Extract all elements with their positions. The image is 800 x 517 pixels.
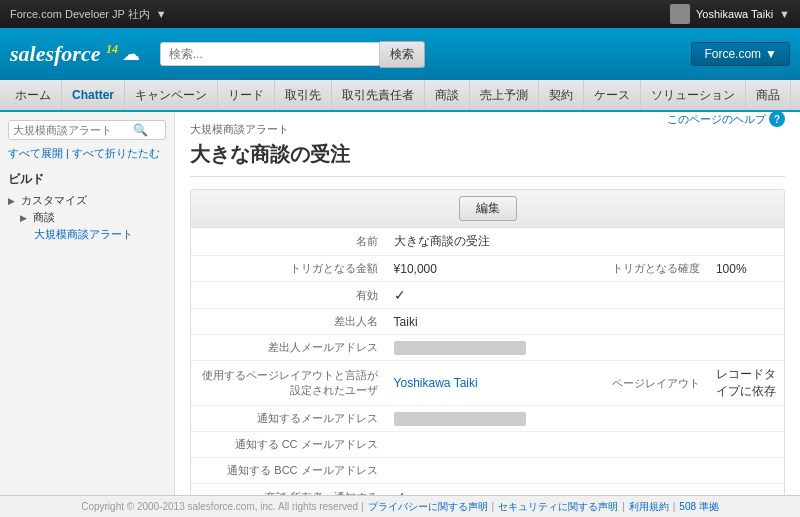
row-sender-email: 差出人メールアドレス ████████████████ [191,335,784,361]
row-name: 名前 大きな商談の受注 [191,228,784,256]
nav-item-report[interactable]: レポート [791,80,800,110]
copyright-text: Copyright © 2000-2013 salesforce.com, in… [81,501,363,512]
security-link[interactable]: セキュリティに関する声明 [498,500,618,514]
page-layout-user-link[interactable]: Yoshikawa Taiki [394,376,478,390]
value-sender-email: ████████████████ [386,335,784,361]
triangle-icon: ▶ [8,196,15,206]
label-notify-cc: 通知する CC メールアドレス [191,432,386,458]
search-input[interactable] [160,42,380,66]
nav-item-solution[interactable]: ソリューション [641,80,746,110]
mobile-link[interactable]: 508 準拠 [679,500,718,514]
value-active: ✓ [386,282,784,309]
value-notify-bcc [386,458,784,484]
alert-link[interactable]: 大規模商談アラート [34,228,133,240]
sidebar-search-box: 🔍 [8,120,166,140]
main-layout: 🔍 すべて展開 | すべて折りたたむ ビルド ▶ カスタマイズ ▶ 商談 大規模… [0,112,800,495]
nav-item-contact[interactable]: 取引先責任者 [332,80,425,110]
search-button[interactable]: 検索 [380,41,425,68]
value-notify-cc [386,432,784,458]
value-page-layout: レコードタイプに依存 [708,361,784,406]
sidebar: 🔍 すべて展開 | すべて折りたたむ ビルド ▶ カスタマイズ ▶ 商談 大規模… [0,112,175,495]
sidebar-search-input[interactable] [13,124,133,136]
nav-item-forecast[interactable]: 売上予測 [470,80,539,110]
forcecom-arrow-icon: ▼ [765,47,777,61]
user-name[interactable]: Yoshikawa Taiki [696,8,773,20]
value-notify-email: ████████████████ [386,406,784,432]
label-notify-email: 通知するメールアドレス [191,406,386,432]
top-bar: Force.com Develoer JP 社内 ▼ Yoshikawa Tai… [0,0,800,28]
sep2: | [622,501,625,512]
help-link[interactable]: このページのヘルプ ? [667,112,785,127]
label-name: 名前 [191,228,386,256]
terms-link[interactable]: 利用規約 [629,500,669,514]
site-name[interactable]: Force.com Develoer JP 社内 [10,7,150,22]
sidebar-deals-item[interactable]: ▶ 商談 [8,209,166,226]
sidebar-customize-item[interactable]: ▶ カスタマイズ [8,192,166,209]
nav-item-product[interactable]: 商品 [746,80,791,110]
row-active: 有効 ✓ [191,282,784,309]
logo: salesforce 14 [10,41,118,67]
sidebar-section-title: ビルド [8,171,166,188]
label-active: 有効 [191,282,386,309]
nav-item-campaign[interactable]: キャンペーン [125,80,218,110]
edit-button-top[interactable]: 編集 [459,196,517,221]
nav-item-chatter[interactable]: Chatter [62,80,125,110]
nav-item-case[interactable]: ケース [584,80,641,110]
row-notify-owner: 商談 所有者へ通知する ✓ [191,484,784,496]
label-page-layout-user: 使用するページレイアウトと言語が設定されたユーザ [191,361,386,406]
title-area: 大規模商談アラート このページのヘルプ ? 大きな商談の受注 [190,122,785,189]
nav-item-contract[interactable]: 契約 [539,80,584,110]
detail-table: 名前 大きな商談の受注 トリガとなる金額 ¥10,000 トリガとなる確度 10… [191,228,784,495]
help-link-text: このページのヘルプ [667,112,766,127]
nav-bar: ホーム Chatter キャンペーン リード 取引先 取引先責任者 商談 売上予… [0,80,800,112]
logo-area: salesforce 14 ☁ [10,41,140,67]
site-dropdown-icon[interactable]: ▼ [156,8,167,20]
collapse-all-link[interactable]: すべて折りたたむ [72,147,160,159]
sep1: | [492,501,495,512]
search-area: 検索 [160,41,560,68]
nav-item-deal[interactable]: 商談 [425,80,470,110]
avatar [670,4,690,24]
forcecom-label: Force.com [704,47,761,61]
logo-num: 14 [106,42,118,56]
triangle-icon-2: ▶ [20,213,27,223]
sidebar-build-section: ビルド ▶ カスタマイズ ▶ 商談 大規模商談アラート [8,171,166,243]
customize-label: カスタマイズ [21,194,87,206]
sep3: | [673,501,676,512]
help-icon: ? [769,112,785,127]
nav-item-lead[interactable]: リード [218,80,275,110]
row-sender-name: 差出人名 Taiki [191,309,784,335]
label-sender-name: 差出人名 [191,309,386,335]
label-notify-owner: 商談 所有者へ通知する [191,484,386,496]
value-sender-name: Taiki [386,309,784,335]
value-trigger-amount: ¥10,000 [386,256,582,282]
sidebar-search-icon[interactable]: 🔍 [133,123,148,137]
row-page-layout-user: 使用するページレイアウトと言語が設定されたユーザ Yoshikawa Taiki… [191,361,784,406]
sidebar-alert-item[interactable]: 大規模商談アラート [8,226,166,243]
label-trigger-amount: トリガとなる金額 [191,256,386,282]
label-trigger-prob: トリガとなる確度 [581,256,708,282]
value-name: 大きな商談の受注 [386,228,784,256]
row-notify-email: 通知するメールアドレス ████████████████ [191,406,784,432]
user-dropdown-icon[interactable]: ▼ [779,8,790,20]
logo-text: salesforce [10,41,100,66]
row-notify-bcc: 通知する BCC メールアドレス [191,458,784,484]
nav-item-home[interactable]: ホーム [5,80,62,110]
label-page-layout: ページレイアウト [581,361,708,406]
detail-panel-header: 編集 [191,190,784,228]
privacy-link[interactable]: プライバシーに関する声明 [368,500,488,514]
blurred-email: ████████████████ [394,341,527,355]
expand-all-link[interactable]: すべて展開 [8,147,63,159]
value-trigger-prob: 100% [708,256,784,282]
nav-item-account[interactable]: 取引先 [275,80,332,110]
row-notify-cc: 通知する CC メールアドレス [191,432,784,458]
blurred-notify-email: ████████████████ [394,412,527,426]
detail-panel: 編集 名前 大きな商談の受注 トリガとなる金額 ¥10,000 トリガとなる確度… [190,189,785,495]
label-sender-email: 差出人メールアドレス [191,335,386,361]
forcecom-button[interactable]: Force.com ▼ [691,42,790,66]
row-trigger-amount: トリガとなる金額 ¥10,000 トリガとなる確度 100% [191,256,784,282]
top-bar-right: Yoshikawa Taiki ▼ [670,4,790,24]
content-area: 大規模商談アラート このページのヘルプ ? 大きな商談の受注 編集 名前 大きな… [175,112,800,495]
footer: Copyright © 2000-2013 salesforce.com, in… [0,495,800,517]
label-notify-bcc: 通知する BCC メールアドレス [191,458,386,484]
